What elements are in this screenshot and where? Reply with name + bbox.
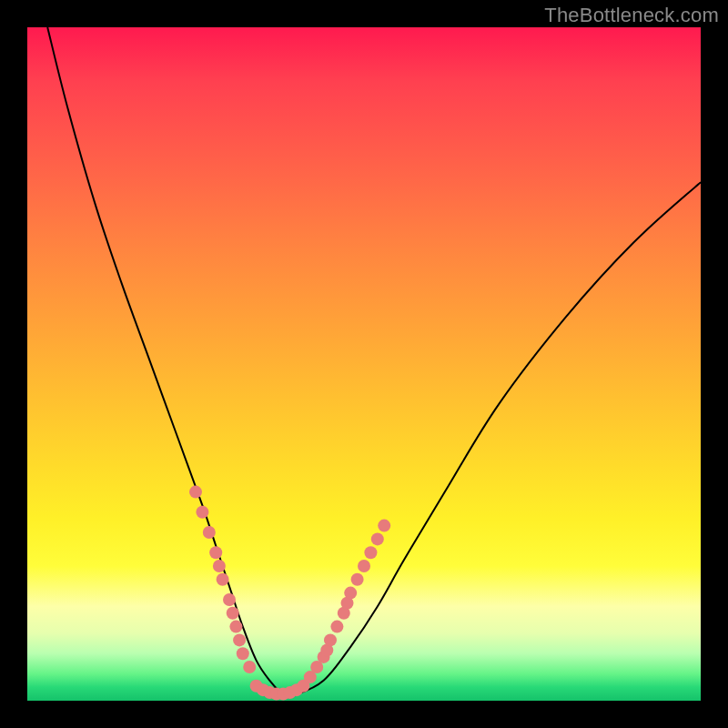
marker-beads-left xyxy=(203,526,216,539)
marker-beads-left xyxy=(209,546,222,559)
marker-beads-left xyxy=(213,560,226,572)
marker-beads-right xyxy=(378,520,390,532)
marker-beads-right xyxy=(324,633,337,646)
marker-beads-right xyxy=(330,621,343,633)
curve-layer xyxy=(47,27,701,696)
chart-frame: TheBottleneck.com xyxy=(0,0,728,728)
watermark-text: TheBottleneck.com xyxy=(544,4,719,27)
chart-svg xyxy=(27,27,701,701)
marker-beads-left xyxy=(243,661,256,673)
marker-beads-left xyxy=(237,647,249,660)
marker-beads-right xyxy=(371,532,384,545)
marker-beads-right xyxy=(364,546,377,559)
marker-beads-right xyxy=(358,560,370,572)
marker-beads-right xyxy=(351,573,364,586)
marker-beads-left xyxy=(227,607,239,620)
marker-beads-left xyxy=(196,506,208,519)
plot-area xyxy=(27,27,701,701)
marker-beads-left xyxy=(217,573,229,586)
marker-beads-left xyxy=(229,621,242,633)
markers-layer xyxy=(189,486,390,701)
marker-beads-left xyxy=(233,633,246,646)
marker-beads-left xyxy=(189,486,202,499)
series-curve xyxy=(47,27,701,696)
marker-beads-left xyxy=(223,593,236,606)
marker-beads-right xyxy=(344,587,357,600)
